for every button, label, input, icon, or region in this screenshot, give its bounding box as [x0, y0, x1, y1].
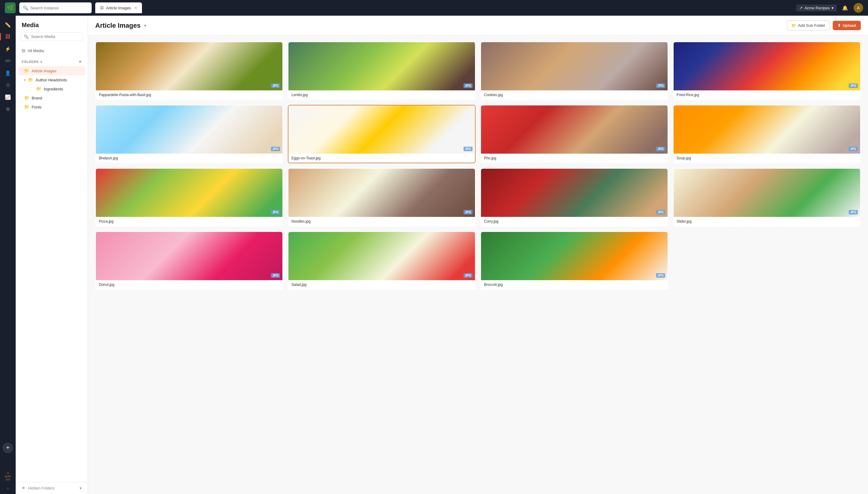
sidebar-item-ingredients[interactable]: 📁 Ingredients — [18, 84, 85, 93]
image-card-broccoli[interactable]: JPG Broccoli.jpg — [480, 231, 668, 290]
tab-media-icon: 🖼 — [100, 6, 104, 10]
nav-edit[interactable]: ✏️ — [2, 19, 13, 30]
upload-button[interactable]: ⬆ Upload — [833, 21, 861, 30]
image-card-pasta[interactable]: JPG Pappardelle-Pasta-with-Basil.jpg — [95, 42, 283, 100]
image-name-soup: Soup.jpg — [673, 154, 860, 163]
sidebar-item-brand[interactable]: 📁 Brand — [18, 93, 85, 102]
sidebar-search-icon: 🔍 — [24, 34, 29, 39]
folders-label: FOLDERS — [22, 60, 39, 63]
tab-article-images[interactable]: 🖼 Article Images × — [95, 2, 142, 13]
user-avatar[interactable]: A — [853, 3, 863, 13]
jpg-badge-pho: JPG — [656, 147, 665, 151]
content-area: Article Images ▾ 📁 Add Sub Folder ⬆ Uplo… — [88, 16, 868, 494]
jpg-badge-eggs-toast: JPG — [464, 147, 473, 151]
image-grid: JPG Pappardelle-Pasta-with-Basil.jpg JPG… — [88, 36, 868, 494]
sidebar-search[interactable]: 🔍 — [20, 32, 83, 41]
sidebar-search-input[interactable] — [31, 34, 79, 39]
image-thumb-eggs-toast: JPG — [289, 106, 475, 154]
image-thumb-salad: JPG — [289, 232, 475, 280]
image-card-noodles[interactable]: JPG Noodles.jpg — [288, 168, 476, 227]
image-card-slider[interactable]: JPG Slider.jpg — [673, 168, 861, 227]
jpg-badge-soup: JPG — [849, 147, 858, 151]
nav-media[interactable]: 🖼 — [2, 31, 13, 42]
image-card-soup[interactable]: JPG Soup.jpg — [673, 105, 861, 163]
nav-add-button[interactable]: + — [2, 442, 13, 453]
add-subfolder-button[interactable]: 📁 Add Sub Folder — [787, 20, 830, 31]
app-logo: 🌿 — [5, 2, 16, 13]
jpg-badge-pizza: JPG — [271, 210, 280, 214]
content-actions: 📁 Add Sub Folder ⬆ Upload — [787, 20, 861, 31]
hidden-folders-toggle[interactable]: 👁 Hidden Folders ▾ — [16, 482, 88, 494]
image-name-fried-rice: Fried-Rice.jpg — [673, 90, 860, 99]
content-header: Article Images ▾ 📁 Add Sub Folder ⬆ Uplo… — [88, 16, 868, 36]
topbar-right: ↗ Acme Recipes ▾ 🔔 A — [796, 3, 863, 13]
nav-users[interactable]: 👤 — [2, 68, 13, 78]
image-thumb-donut: JPG — [96, 232, 282, 280]
all-media-label: All Media — [28, 49, 44, 53]
image-card-bhelpuri[interactable]: JPG Bhelpuri.jpg — [95, 105, 283, 163]
image-thumb-pho: JPG — [481, 106, 668, 154]
image-card-cookies[interactable]: JPG Cookies.jpg — [480, 42, 668, 100]
image-name-pasta: Pappardelle-Pasta-with-Basil.jpg — [96, 90, 282, 99]
image-thumb-cookies: JPG — [481, 42, 668, 90]
image-name-broccoli: Broccoli.jpg — [481, 280, 668, 289]
image-card-pho[interactable]: JPG Pho.jpg — [480, 105, 668, 163]
image-thumb-pizza: JPG — [96, 169, 282, 217]
image-thumb-slider: JPG — [673, 169, 860, 217]
folders-header: FOLDERS ▾ + — [16, 55, 88, 66]
image-name-curry: Curry.jpg — [481, 217, 668, 226]
instance-name: Acme Recipes — [805, 6, 830, 10]
image-name-slider: Slider.jpg — [673, 217, 860, 226]
folder-icon-ingredients: 📁 — [36, 87, 41, 91]
image-name-bhelpuri: Bhelpuri.jpg — [96, 154, 282, 163]
folder-icon-article-images: 📁 — [24, 69, 29, 73]
folders-chevron: ▾ — [40, 60, 42, 63]
image-card-salad[interactable]: JPG Salad.jpg — [288, 231, 476, 290]
main-layout: ✏️ 🖼 ⚡ </> 👤 ⊙ 📈 ⚙ + 🔺417F777 › Media 🔍 … — [0, 16, 868, 494]
content-title-chevron[interactable]: ▾ — [144, 23, 146, 28]
instance-selector[interactable]: ↗ Acme Recipes ▾ — [796, 4, 837, 12]
nav-code[interactable]: </> — [2, 55, 13, 66]
image-thumb-bhelpuri: JPG — [96, 106, 282, 154]
image-card-eggs-toast[interactable]: JPG Eggs-on-Toast.jpg — [288, 105, 476, 163]
nav-data[interactable]: ⚡ — [2, 43, 13, 54]
image-thumb-soup: JPG — [673, 106, 860, 154]
folders-add-button[interactable]: + — [79, 59, 82, 64]
hidden-folders-chevron: ▾ — [79, 486, 82, 490]
image-thumb-lentils: JPG — [289, 42, 475, 90]
all-media-item[interactable]: ⊟ All Media — [16, 46, 88, 55]
folder-chevron-author-headshots: ▾ — [24, 78, 25, 82]
jpg-badge-pasta: JPG — [271, 83, 280, 88]
notifications-button[interactable]: 🔔 — [840, 3, 850, 13]
image-card-pizza[interactable]: JPG Pizza.jpg — [95, 168, 283, 227]
image-thumb-noodles: JPG — [289, 169, 475, 217]
nav-settings-circle[interactable]: ⊙ — [2, 79, 13, 90]
image-name-noodles: Noodles.jpg — [289, 217, 475, 226]
instance-search[interactable]: 🔍 — [19, 2, 92, 13]
sidebar-item-article-images[interactable]: 📁 Article Images — [18, 66, 85, 75]
nav-expand-button[interactable]: › — [2, 486, 13, 490]
jpg-badge-donut: JPG — [271, 273, 280, 278]
sidebar-item-author-headshots[interactable]: ▾ 📁 Author Headshots — [18, 75, 85, 84]
image-card-fried-rice[interactable]: JPG Fried-Rice.jpg — [673, 42, 861, 100]
image-card-curry[interactable]: JPG Curry.jpg — [480, 168, 668, 227]
jpg-badge-fried-rice: JPG — [849, 83, 858, 88]
folder-label-brand: Brand — [32, 96, 42, 100]
image-thumb-fried-rice: JPG — [673, 42, 860, 90]
tab-close-button[interactable]: × — [134, 5, 137, 10]
jpg-badge-bhelpuri: JPG — [271, 147, 280, 151]
instance-search-input[interactable] — [31, 6, 88, 10]
nav-extra-info: 🔺417F777 — [2, 471, 13, 482]
image-card-lentils[interactable]: JPG Lentils.jpg — [288, 42, 476, 100]
folder-icon-brand: 📁 — [24, 95, 29, 100]
image-name-eggs-toast: Eggs-on-Toast.jpg — [289, 154, 475, 163]
folder-label-fonts: Fonts — [32, 105, 42, 109]
nav-settings[interactable]: ⚙ — [2, 103, 13, 114]
sidebar-item-fonts[interactable]: 📁 Fonts — [18, 102, 85, 111]
nav-analytics[interactable]: 📈 — [2, 92, 13, 102]
image-thumb-curry: JPG — [481, 169, 668, 217]
sidebar-title: Media — [16, 16, 88, 32]
folder-label-author-headshots: Author Headshots — [36, 78, 67, 82]
image-card-donut[interactable]: JPG Donut.jpg — [95, 231, 283, 290]
jpg-badge-cookies: JPG — [656, 83, 665, 88]
